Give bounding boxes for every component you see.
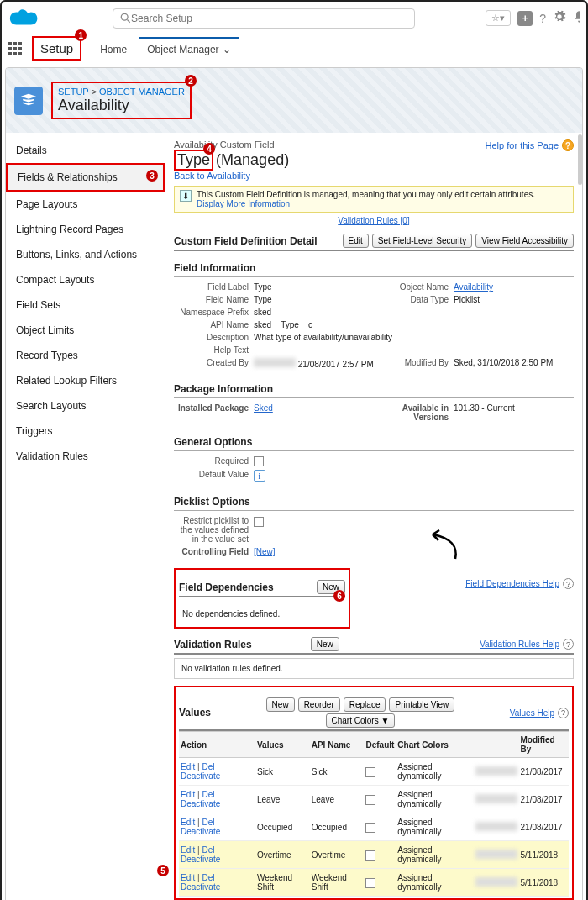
back-link[interactable]: Back to Availability bbox=[174, 171, 250, 181]
managed-label: (Managed) bbox=[216, 151, 289, 168]
valr-new-button[interactable]: New bbox=[311, 637, 339, 651]
set-fls-button[interactable]: Set Field-Level Security bbox=[372, 234, 473, 248]
row-chartcolor: Assigned dynamically bbox=[396, 841, 473, 869]
notification-icon[interactable] bbox=[573, 10, 580, 26]
app-launcher-icon[interactable] bbox=[8, 42, 22, 55]
page-header: 2 SETUP > OBJECT MANAGER Availability bbox=[6, 68, 582, 133]
values-table: ActionValuesAPI NameDefaultChart ColorsM… bbox=[179, 731, 569, 897]
managed-banner: ⬇ This Custom Field Definition is manage… bbox=[174, 186, 574, 213]
table-row: Edit | Del | DeactivateOvertimeOvertimeA… bbox=[179, 841, 569, 869]
row-value: Sick bbox=[255, 758, 310, 786]
row-edit[interactable]: Edit bbox=[181, 790, 195, 799]
row-del[interactable]: Del bbox=[202, 818, 214, 827]
values-print-btn[interactable]: Printable View bbox=[389, 697, 454, 712]
row-del[interactable]: Del bbox=[202, 873, 214, 882]
row-user-blur bbox=[475, 794, 517, 803]
row-value: Occupied bbox=[255, 813, 310, 841]
row-value: Leave bbox=[255, 786, 310, 813]
validation-rules-anchor[interactable]: Validation Rules [0] bbox=[174, 216, 574, 225]
chevron-down-icon: ⌄ bbox=[223, 44, 231, 55]
sidebar-item-buttons-links-and-actions[interactable]: Buttons, Links, and Actions bbox=[6, 242, 165, 267]
view-accessibility-button[interactable]: View Field Accessibility bbox=[475, 234, 574, 248]
row-value: Weekend Shift bbox=[255, 869, 310, 897]
row-edit[interactable]: Edit bbox=[181, 873, 195, 882]
row-deactivate[interactable]: Deactivate bbox=[181, 882, 220, 892]
nav-row: Setup 1 Home Object Manager ⌄ bbox=[2, 34, 586, 66]
row-api: Leave bbox=[310, 786, 365, 813]
col-header bbox=[474, 732, 519, 758]
gear-icon[interactable] bbox=[553, 10, 566, 26]
help-for-page[interactable]: Help for this Page? bbox=[486, 139, 574, 151]
table-row: Edit | Del | DeactivateLeaveLeaveAssigne… bbox=[179, 786, 569, 813]
row-user-blur bbox=[475, 766, 517, 776]
restrict-checkbox bbox=[254, 517, 264, 527]
row-modified: 21/08/2017 bbox=[519, 786, 569, 813]
controlling-new-link[interactable]: [New] bbox=[254, 547, 276, 556]
scrollbar[interactable] bbox=[578, 133, 582, 900]
values-reorder-btn[interactable]: Reorder bbox=[298, 697, 340, 712]
row-del[interactable]: Del bbox=[202, 790, 214, 799]
sidebar-item-field-sets[interactable]: Field Sets bbox=[6, 292, 165, 318]
chart-colors-btn[interactable]: Chart Colors ▼ bbox=[326, 713, 396, 728]
sidebar: DetailsFields & Relationships3Page Layou… bbox=[6, 133, 165, 900]
row-chartcolor: Assigned dynamically bbox=[396, 758, 473, 786]
row-value: Overtime bbox=[255, 841, 310, 869]
dep-title: Field Dependencies bbox=[179, 582, 274, 593]
values-new-btn[interactable]: New bbox=[266, 697, 295, 712]
detail-title: Custom Field Definition Detail bbox=[174, 235, 318, 247]
sidebar-item-lightning-record-pages[interactable]: Lightning Record Pages bbox=[6, 217, 165, 242]
edit-button[interactable]: Edit bbox=[343, 234, 369, 248]
search-icon bbox=[120, 13, 131, 24]
sidebar-item-validation-rules[interactable]: Validation Rules bbox=[6, 444, 165, 469]
dep-help-link[interactable]: Field Dependencies Help bbox=[465, 579, 559, 588]
sidebar-item-triggers[interactable]: Triggers bbox=[6, 418, 165, 444]
global-search[interactable] bbox=[113, 8, 415, 29]
sidebar-item-search-layouts[interactable]: Search Layouts bbox=[6, 393, 165, 418]
help-icon[interactable]: ? bbox=[539, 12, 546, 25]
row-modified: 5/11/2018 bbox=[519, 841, 569, 869]
sidebar-item-details[interactable]: Details bbox=[6, 138, 165, 163]
row-user-blur bbox=[475, 877, 517, 887]
row-deactivate[interactable]: Deactivate bbox=[181, 827, 220, 836]
top-bar: ☆▾ + ? bbox=[2, 2, 586, 34]
tab-object-manager[interactable]: Object Manager ⌄ bbox=[139, 37, 239, 61]
sidebar-item-page-layouts[interactable]: Page Layouts bbox=[6, 192, 165, 217]
row-deactivate[interactable]: Deactivate bbox=[181, 799, 220, 808]
sidebar-item-record-types[interactable]: Record Types bbox=[6, 343, 165, 368]
row-default-checkbox bbox=[365, 767, 375, 777]
object-name-link[interactable]: Availability bbox=[454, 282, 493, 292]
row-deactivate[interactable]: Deactivate bbox=[181, 855, 220, 864]
row-del[interactable]: Del bbox=[202, 845, 214, 855]
info-icon[interactable]: i bbox=[254, 470, 265, 482]
sidebar-item-fields-relationships[interactable]: Fields & Relationships3 bbox=[6, 163, 165, 192]
row-deactivate[interactable]: Deactivate bbox=[181, 771, 220, 781]
values-title: Values bbox=[179, 707, 211, 718]
breadcrumb[interactable]: SETUP > OBJECT MANAGER bbox=[58, 87, 185, 97]
setup-label[interactable]: Setup 1 bbox=[32, 36, 81, 61]
row-del[interactable]: Del bbox=[202, 762, 214, 771]
callout-4: 4 bbox=[203, 143, 215, 155]
search-input[interactable] bbox=[131, 13, 407, 24]
row-edit[interactable]: Edit bbox=[181, 818, 195, 827]
add-icon[interactable]: + bbox=[517, 11, 533, 26]
pkg-link[interactable]: Sked bbox=[254, 403, 273, 413]
sidebar-item-compact-layouts[interactable]: Compact Layouts bbox=[6, 267, 165, 292]
valr-help-link[interactable]: Validation Rules Help bbox=[480, 639, 559, 649]
svg-line-1 bbox=[128, 19, 130, 22]
favorites-dropdown[interactable]: ☆▾ bbox=[486, 10, 511, 26]
table-row: Edit | Del | DeactivateSickSickAssigned … bbox=[179, 758, 569, 786]
tab-home[interactable]: Home bbox=[92, 37, 135, 61]
row-chartcolor: Assigned dynamically bbox=[396, 869, 473, 897]
row-chartcolor: Assigned dynamically bbox=[396, 786, 473, 813]
sidebar-item-object-limits[interactable]: Object Limits bbox=[6, 318, 165, 343]
sidebar-item-related-lookup-filters[interactable]: Related Lookup Filters bbox=[6, 368, 165, 393]
row-edit[interactable]: Edit bbox=[181, 762, 195, 771]
callout-1: 1 bbox=[75, 29, 87, 41]
detail-buttons: Edit Set Field-Level Security View Field… bbox=[343, 234, 574, 248]
display-more-link[interactable]: Display More Information bbox=[197, 199, 290, 208]
setup-text: Setup bbox=[40, 41, 73, 55]
values-replace-btn[interactable]: Replace bbox=[344, 697, 386, 712]
row-api: Weekend Shift bbox=[310, 869, 365, 897]
row-edit[interactable]: Edit bbox=[181, 845, 195, 855]
values-help-link[interactable]: Values Help bbox=[510, 708, 554, 718]
